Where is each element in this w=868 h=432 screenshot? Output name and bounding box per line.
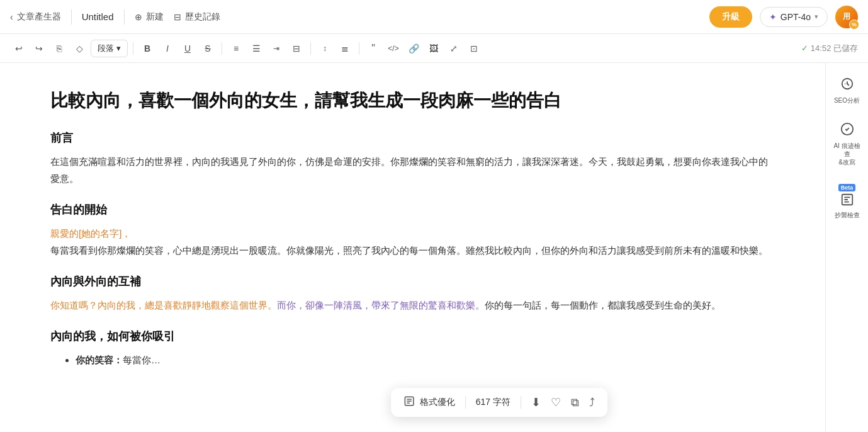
redo-button[interactable]: ↪ [30,40,48,57]
quote-button[interactable]: " [364,40,382,57]
char-count: 617 字符 [476,397,510,408]
plagiarism-icon [840,193,854,210]
history-icon: ⊟ [174,12,181,22]
app-title: 文章產生器 [17,11,61,23]
back-icon: ‹ [10,12,13,22]
justify-button[interactable]: ⊟ [288,40,305,57]
text-align-more-button[interactable]: ≣ [336,40,354,57]
history-button[interactable]: ⊟ 歷史記錄 [174,11,220,23]
line-height-button[interactable]: ↕ [316,40,334,57]
nav-separator [71,9,72,25]
format-icon [403,395,415,409]
highlighted-text-purple: 而你，卻像一陣清風，帶來了無限的驚喜和歡樂。 [277,300,485,310]
chevron-down-icon: ▾ [116,43,121,53]
main-layout: 比較內向，喜歡一個外向的女生，請幫我生成一段肉麻一些的告白 前言 在這個充滿喧囂… [0,63,868,432]
para-confession[interactable]: 親愛的[她的名字]， 每當我看到你那燦爛的笑容，心中總是湧現出一股暖流。你就像陽… [50,225,775,259]
seo-label: SEO分析 [834,96,860,105]
share-button[interactable]: ⤴ [589,396,595,409]
plagiarism-panel-button[interactable]: Beta 抄襲檢查 [828,178,866,225]
download-button[interactable]: ⬇ [531,395,541,409]
beta-badge: Beta [838,184,856,191]
ai-check-panel-button[interactable]: AI 痕迹檢查&改寫 [828,116,866,173]
like-button[interactable]: ♡ [551,395,561,409]
bold-button[interactable]: B [138,40,156,57]
undo-button[interactable]: ↩ [10,40,28,57]
document-title[interactable]: Untitled [82,11,114,22]
plus-circle-icon: ⊕ [135,12,142,22]
editor-toolbar: ↩ ↪ ⎘ ◇ 段落 ▾ B I U S ≡ ☰ ⇥ ⊟ ↕ ≣ " </> 🔗… [0,34,868,63]
back-button[interactable]: ‹ 文章產生器 [10,11,61,23]
toolbar-divider-3 [310,42,311,55]
italic-button[interactable]: I [159,40,176,57]
new-button[interactable]: ⊕ 新建 [135,11,164,23]
code-button[interactable]: </> [385,40,402,57]
bottom-toolbar: 格式優化 617 字符 ⬇ ♡ ⧉ ⤴ [391,388,607,417]
section-heading-preface: 前言 [50,130,775,145]
clear-format-button[interactable]: ◇ [70,40,88,57]
image-button[interactable]: 🖼 [425,40,442,57]
toolbar-divider-2 [222,42,222,55]
more-button[interactable]: ⊡ [465,40,483,57]
toolbar-divider-1 [133,42,133,55]
bottom-divider-2 [521,396,521,409]
align-left-button[interactable]: ≡ [227,40,245,57]
format-optimize-button[interactable]: 格式優化 [403,395,455,409]
upgrade-button[interactable]: 升級 [709,6,752,28]
align-right-button[interactable]: ⇥ [268,40,285,57]
copy-format-button[interactable]: ⎘ [50,40,68,57]
bottom-divider-1 [465,396,466,409]
align-center-button[interactable]: ☰ [247,40,265,57]
section-heading-attracted: 內向的我，如何被你吸引 [50,329,775,344]
document-heading[interactable]: 比較內向，喜歡一個外向的女生，請幫我生成一段肉麻一些的告白 [50,88,775,113]
highlighted-text-orange: 親愛的[她的名字]， [50,228,131,239]
nav-separator-2 [124,9,125,25]
chevron-down-icon: ▾ [814,13,818,21]
nav-actions: ⊕ 新建 ⊟ 歷史記錄 [135,11,220,23]
ai-check-icon [840,122,854,139]
avatar-badge: % [849,20,859,30]
fullscreen-button[interactable]: ⤢ [445,40,463,57]
para-complement[interactable]: 你知道嗎？內向的我，總是喜歡靜靜地觀察這個世界。而你，卻像一陣清風，帶來了無限的… [50,297,775,314]
section-heading-confession: 告白的開始 [50,202,775,217]
sparkle-icon: ✦ [769,12,777,22]
avatar[interactable]: 用 % [835,6,858,28]
plagiarism-label: 抄襲檢查 [835,211,860,219]
top-nav: ‹ 文章產生器 Untitled ⊕ 新建 ⊟ 歷史記錄 升級 ✦ GPT-4o… [0,0,868,34]
ai-check-label: AI 痕迹檢查&改寫 [832,142,862,166]
list-item-1: 你的笑容：每當你… [76,351,775,368]
highlighted-text-orange-2: 你知道嗎？內向的我，總是喜歡靜靜地觀察這個世界。 [50,300,277,310]
seo-panel-button[interactable]: SEO分析 [828,71,866,111]
save-status: ✓ 14:52 已儲存 [801,43,858,54]
copy-button[interactable]: ⧉ [571,396,579,409]
editor-area[interactable]: 比較內向，喜歡一個外向的女生，請幫我生成一段肉麻一些的告白 前言 在這個充滿喧囂… [0,63,825,432]
toolbar-divider-4 [359,42,359,55]
right-panel: SEO分析 AI 痕迹檢查&改寫 Beta 抄襲檢查 [825,63,868,432]
para-preface[interactable]: 在這個充滿喧囂和活力的世界裡，內向的我遇見了外向的你，仿佛是命運的安排。你那燦爛… [50,153,775,187]
underline-button[interactable]: U [179,40,196,57]
seo-icon [840,77,854,94]
paragraph-style-select[interactable]: 段落 ▾ [91,40,128,57]
section-heading-complement: 內向與外向的互補 [50,274,775,289]
link-button[interactable]: 🔗 [405,40,422,57]
strikethrough-button[interactable]: S [199,40,217,57]
save-check-icon: ✓ [801,43,808,53]
gpt-selector[interactable]: ✦ GPT-4o ▾ [760,7,828,27]
